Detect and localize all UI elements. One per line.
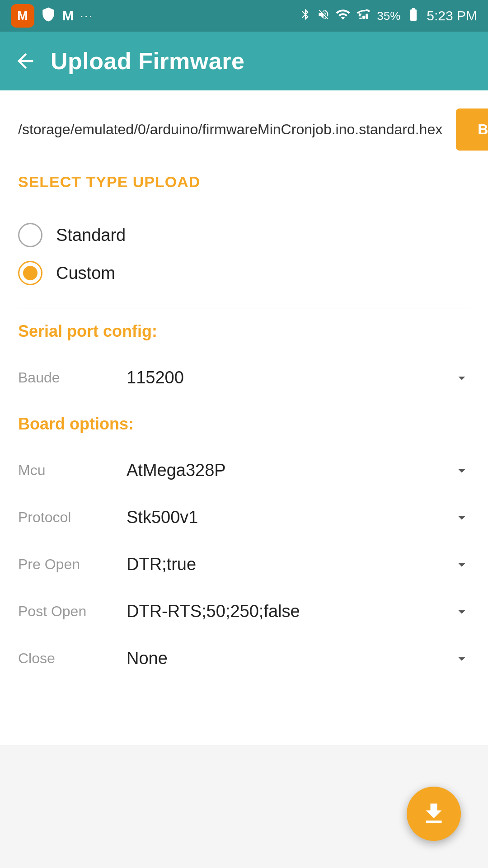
app-icon: M (11, 4, 34, 28)
pre-open-value: DTR;true (127, 555, 454, 574)
radio-standard[interactable]: Standard (18, 223, 470, 247)
post-open-label: Post Open (18, 603, 127, 620)
pre-open-arrow-icon (454, 557, 470, 573)
svg-rect-2 (359, 18, 362, 19)
upload-fab-button[interactable] (407, 787, 461, 841)
protocol-label: Protocol (18, 509, 127, 526)
mcu-dropdown[interactable]: AtMega328P (127, 461, 470, 480)
radio-custom-inner (23, 266, 38, 280)
post-open-value: DTR-RTS;50;250;false (127, 602, 454, 621)
pre-open-dropdown[interactable]: DTR;true (127, 555, 470, 574)
status-bar-left: M M ··· (11, 4, 93, 28)
battery-percent: 35% (377, 9, 400, 23)
status-time: 5:23 PM (427, 8, 477, 24)
divider-1 (18, 200, 470, 200)
serial-port-title: Serial port config: (18, 322, 470, 341)
close-arrow-icon (454, 651, 470, 667)
protocol-dropdown[interactable]: Stk500v1 (127, 508, 470, 527)
close-dropdown[interactable]: None (127, 649, 470, 668)
protocol-row: Protocol Stk500v1 (18, 494, 470, 541)
post-open-row: Post Open DTR-RTS;50;250;false (18, 588, 470, 635)
status-bar-right: 35% 5:23 PM (299, 7, 477, 25)
download-icon (420, 800, 447, 827)
close-row: Close None (18, 635, 470, 682)
post-open-arrow-icon (454, 604, 470, 620)
svg-rect-0 (366, 14, 368, 19)
gmail-icon: M (62, 8, 74, 24)
close-label: Close (18, 650, 127, 667)
radio-standard-label: Standard (56, 226, 126, 245)
serial-port-section: Serial port config: Baude 115200 (18, 322, 470, 401)
baude-row: Baude 115200 (18, 354, 470, 401)
app-icon-label: M (17, 9, 28, 23)
radio-custom-label: Custom (56, 264, 115, 283)
main-content: /storage/emulated/0/arduino/firmwareMinC… (0, 90, 488, 745)
radio-custom-outer (18, 261, 42, 285)
baude-dropdown[interactable]: 115200 (127, 368, 470, 387)
mute-icon (317, 7, 330, 25)
upload-type-radio-group: Standard Custom (18, 209, 470, 299)
baude-label: Baude (18, 369, 127, 386)
baude-arrow-icon (454, 370, 470, 386)
close-value: None (127, 649, 454, 668)
svg-rect-1 (362, 15, 365, 19)
board-options-title: Board options: (18, 415, 470, 434)
radio-custom[interactable]: Custom (18, 261, 470, 285)
pre-open-label: Pre Open (18, 556, 127, 573)
upload-type-section: SELECT TYPE UPLOAD Standard Custom (18, 173, 470, 308)
baude-value: 115200 (127, 368, 454, 387)
more-icon: ··· (80, 9, 93, 23)
file-path: /storage/emulated/0/arduino/firmwareMinC… (18, 119, 442, 140)
mcu-arrow-icon (454, 462, 470, 479)
mcu-row: Mcu AtMega328P (18, 447, 470, 494)
protocol-value: Stk500v1 (127, 508, 454, 527)
mcu-label: Mcu (18, 462, 127, 479)
board-options-section: Board options: Mcu AtMega328P Protocol S… (18, 415, 470, 682)
browser-button[interactable]: BROWSER (456, 108, 488, 151)
back-button[interactable] (14, 49, 37, 73)
radio-standard-outer (18, 223, 42, 247)
toolbar-title: Upload Firmware (51, 47, 244, 75)
file-section: /storage/emulated/0/arduino/firmwareMinC… (18, 108, 470, 155)
upload-type-label: SELECT TYPE UPLOAD (18, 173, 470, 191)
post-open-dropdown[interactable]: DTR-RTS;50;250;false (127, 602, 470, 621)
toolbar: Upload Firmware (0, 32, 488, 90)
protocol-arrow-icon (454, 509, 470, 526)
signal-icon (356, 7, 371, 25)
bluetooth-icon (299, 7, 312, 25)
status-bar: M M ··· 35% 5:23 PM (0, 0, 488, 32)
pre-open-row: Pre Open DTR;true (18, 541, 470, 588)
mcu-value: AtMega328P (127, 461, 454, 480)
battery-icon (406, 7, 421, 25)
divider-2 (18, 308, 470, 308)
shield-icon (41, 7, 56, 25)
wifi-icon (335, 7, 351, 25)
